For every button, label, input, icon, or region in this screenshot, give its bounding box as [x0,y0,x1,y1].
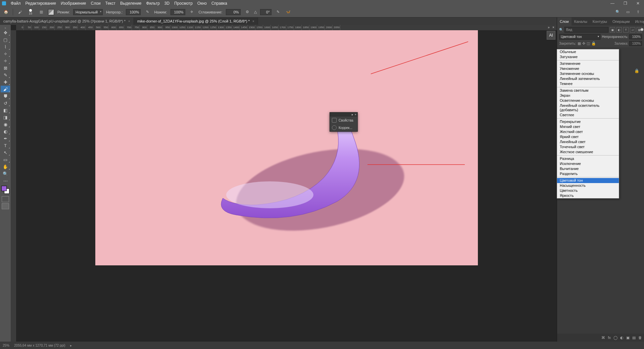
screenmode-icon[interactable] [2,203,9,209]
opacity-pressure-icon[interactable]: ✎ [144,9,151,15]
link-layers-icon[interactable]: ⌘ [601,336,605,340]
lock-artboard-icon[interactable]: ◫ [587,41,590,46]
doc-info-chevron-icon[interactable]: ▸ [70,344,72,347]
adjustment-layer-icon[interactable]: ◐ [620,336,624,340]
properties-label[interactable]: Свойства [339,119,353,122]
lock-pixels-icon[interactable]: ▦ [578,41,581,46]
smoothing-options-icon[interactable]: ⚙ [244,9,251,15]
dodge-tool[interactable]: ◐ [1,128,10,135]
group-icon[interactable]: ▣ [626,336,630,340]
history-brush-tool[interactable]: ↺ [1,100,10,106]
blend-option[interactable]: Затемнение основы [557,71,619,76]
window-minimize-icon[interactable]: — [608,1,616,6]
crop-tool[interactable]: ⟢ [1,57,10,64]
type-tool[interactable]: T [1,142,10,149]
blend-option[interactable]: Темнее [557,81,619,86]
layer-fill-input[interactable]: 100% [629,41,642,46]
flow-input[interactable]: 100% [170,9,185,15]
blend-option[interactable]: Цветовой тон [557,178,619,183]
symmetry-icon[interactable]: 🦋 [285,9,292,15]
lock-all-icon[interactable]: 🔒 [591,41,596,46]
document-canvas[interactable] [95,30,478,265]
pen-tool[interactable]: ✒ [1,135,10,142]
blend-option[interactable]: Осветление основы [557,98,619,103]
menu-image[interactable]: Изображение [61,1,86,6]
blend-mode-dropdown[interactable]: Цветовой тон [559,34,600,40]
blend-option[interactable]: Светлее [557,113,619,118]
tab-paths[interactable]: Контуры [590,17,610,26]
workspace-icon[interactable]: ▭ [625,9,631,15]
blend-mode-select[interactable]: Нормальный [73,9,103,15]
blend-option[interactable]: Линейный осветлитель (добавить) [557,103,619,113]
notification-dot-icon[interactable] [641,28,643,31]
blend-option[interactable]: Исключение [557,161,619,166]
zoom-value[interactable]: 25% [3,344,9,347]
menu-file[interactable]: Файл [11,1,21,6]
zoom-tool[interactable]: 🔍 [1,170,10,177]
ruler-horizontal[interactable]: 0501001502002503003504004505005506006507… [16,25,557,30]
collapse-icon[interactable]: ▸ [352,113,353,116]
marquee-tool[interactable]: ▢ [1,36,10,43]
panel-close-icon[interactable]: × [551,25,555,30]
share-icon[interactable]: ⇪ [635,9,641,15]
stamp-tool[interactable]: ⛊ [1,93,10,99]
wand-tool[interactable]: ✧ [1,50,10,57]
eraser-tool[interactable]: ◧ [1,107,10,114]
blend-option[interactable]: Обычные [557,49,619,54]
collapse-icon[interactable]: » [3,26,7,29]
close-icon[interactable]: × [252,19,254,23]
filter-adjust-icon[interactable]: ◐ [616,27,622,33]
blend-option[interactable]: Насыщенность [557,183,619,188]
lock-position-icon[interactable]: ✜ [582,41,585,46]
doc-info[interactable]: 2055,64 мм x 1270,71 мм (72 ppi) [14,344,65,347]
layer-search[interactable]: Вид [564,27,608,33]
color-swatch[interactable] [1,186,9,194]
lasso-tool[interactable]: ⌇ [1,43,10,50]
search-icon[interactable]: 🔍 [614,9,621,15]
adjustments-label[interactable]: Коррек... [339,126,352,130]
tab-channels[interactable]: Каналы [572,17,590,26]
blend-option[interactable]: Точечный свет [557,144,619,149]
angle-input[interactable]: 0° [260,9,271,15]
eyedropper-tool[interactable]: ✎ [1,72,10,78]
doc-tab-1[interactable]: camylla-battani-AoqgGAqrLpU-unsplash.psd… [0,17,134,25]
blend-option[interactable]: Затухание [557,54,619,59]
blend-option[interactable]: Яркий свет [557,134,619,139]
blend-option[interactable]: Линейный затемнитель [557,76,619,81]
window-restore-icon[interactable]: ❐ [621,1,629,6]
brush-panel-icon[interactable] [48,9,54,15]
delete-layer-icon[interactable]: 🗑 [638,336,642,340]
quickmask-icon[interactable] [2,196,9,202]
blend-option[interactable]: Линейный свет [557,139,619,144]
blend-option[interactable]: Умножение [557,66,619,71]
menu-select[interactable]: Выделение [120,1,142,6]
blend-option[interactable]: Цветность [557,188,619,193]
blend-option[interactable]: Перекрытие [557,119,619,124]
menu-view[interactable]: Просмотр [174,1,193,6]
menu-window[interactable]: Окно [197,1,207,6]
hand-tool[interactable]: ✋ [1,163,10,170]
move-tool[interactable]: ✥ [1,29,10,36]
close-icon[interactable]: × [355,113,356,116]
smoothing-input[interactable]: 0% [226,9,241,15]
blur-tool[interactable]: ◉ [1,121,10,128]
brush-preview[interactable]: 15 [27,8,35,16]
blend-option[interactable]: Мягкий свет [557,124,619,129]
blend-option[interactable]: Замена светлым [557,88,619,93]
menu-3d[interactable]: 3D [164,1,169,6]
home-icon[interactable]: 🏠 [3,9,9,15]
filter-image-icon[interactable]: ▣ [610,27,615,33]
layer-opacity-input[interactable]: 100% [629,34,642,39]
blend-option[interactable]: Затемнение [557,61,619,66]
brush-tool[interactable]: 🖌 [1,86,10,92]
filter-shape-icon[interactable]: ▱ [630,27,635,33]
close-icon[interactable]: × [128,19,130,23]
blend-option[interactable]: Жесткий свет [557,129,619,134]
menu-filter[interactable]: Фильтр [146,1,160,6]
shape-tool[interactable]: ▭ [1,156,10,163]
blend-option[interactable]: Экран [557,93,619,98]
ruler-vertical[interactable] [11,30,16,342]
tab-history[interactable]: История [632,17,644,26]
menu-layers[interactable]: Слои [91,1,101,6]
opacity-input[interactable]: 100% [126,9,141,15]
